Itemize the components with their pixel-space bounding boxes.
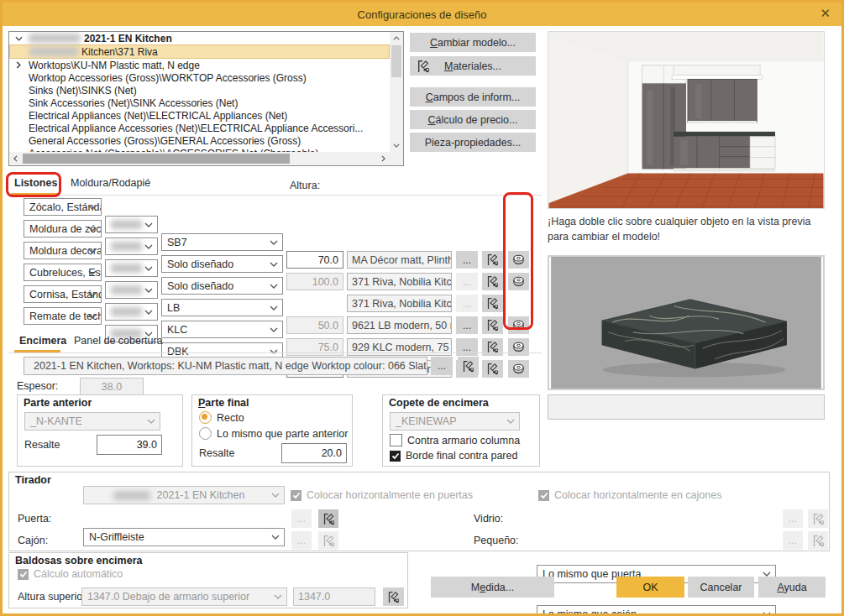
liston-type-select[interactable]: Moldura decora [24, 242, 102, 259]
vertical-scrollbar[interactable] [390, 32, 403, 152]
tree-row[interactable]: General Accessories (Gross)\GENERAL Acce… [9, 134, 390, 147]
change-model-button[interactable]: Cambiar modelo... [410, 33, 536, 52]
vertical-scroll-thumb[interactable] [391, 45, 401, 77]
puerta-select[interactable]: N-Griffleiste [83, 528, 285, 546]
catalog-tree[interactable]: 2021-1 EN Kitchen Kitchen\371 Riva Workt… [8, 31, 404, 166]
pequeno-more-button: ... [783, 531, 803, 550]
contra-armario-option[interactable]: Contra armario columna [390, 434, 520, 446]
checkbox-unchecked-icon[interactable] [390, 434, 402, 446]
parte-anterior-value: _N-KANTE [30, 415, 82, 427]
radio-selected-icon[interactable] [199, 411, 212, 424]
tree-row-selected[interactable]: Kitchen\371 Riva [9, 44, 390, 59]
tree-row-label: Sink Accessories (Net)\SINK Accessories … [29, 97, 238, 109]
liston-type-select[interactable]: Remate de tech [24, 307, 102, 325]
chevron-down-icon[interactable] [12, 36, 25, 41]
altura-superior-select[interactable]: 1347.0 Debajo de armario superior [81, 587, 287, 606]
puerta-material-button[interactable] [318, 509, 338, 528]
liston-row: Cornisa, Estánd KLC 929 KLC modern, 75 r… [3, 285, 544, 303]
checkbox-checked-icon[interactable] [390, 451, 401, 462]
price-calc-button[interactable]: Cálculo de precio... [410, 110, 536, 129]
tree-row[interactable]: Sinks (Net)\SINKS (Net) [9, 84, 390, 97]
tree-row-label: 2021-1 EN Kitchen [84, 33, 172, 44]
materials-icon [812, 513, 825, 525]
material-preview[interactable] [548, 255, 825, 390]
worktop-material-button[interactable] [458, 357, 479, 375]
liston-measure-button[interactable] [508, 360, 529, 378]
tree-row[interactable]: Electrical Appliance Accessories (Net)\E… [9, 122, 390, 134]
cajon-more-button: ... [291, 531, 312, 550]
borde-final-label: Borde final contra pared [406, 450, 517, 462]
borde-final-option[interactable]: Borde final contra pared [390, 450, 517, 462]
espesor-label: Espesor: [17, 380, 58, 392]
kitchen-preview-render [548, 32, 824, 208]
parte-final-group: Parte final Recto Lo mismo que parte ant… [191, 394, 353, 467]
part-properties-label: Pieza-propiedades... [425, 137, 522, 149]
material-name-box [548, 394, 825, 420]
part-properties-button[interactable]: Pieza-propiedades... [410, 133, 536, 152]
redacted-text [29, 34, 81, 43]
info-fields-button[interactable]: Campos de inform... [410, 87, 536, 107]
puerta-label: Puerta: [18, 513, 51, 525]
cancel-button[interactable]: Cancelar [688, 577, 754, 598]
scroll-left-icon[interactable] [9, 152, 22, 165]
pequeno-material-button [808, 531, 828, 550]
recto-option[interactable]: Recto [199, 411, 244, 424]
materials-icon [812, 535, 825, 547]
radio-unselected-icon[interactable] [199, 427, 212, 440]
tree-row[interactable]: Worktops\KU-NM Plastic matt, N edge [9, 59, 390, 71]
info-fields-label: Campos de inform... [426, 91, 521, 103]
horizontal-cajones-label: Colocar horizontalmente en cajones [554, 489, 721, 501]
liston-profile-value: DBK [167, 346, 189, 358]
tirador-model-select[interactable]: 2021-1 EN Kitchen [83, 486, 285, 504]
scroll-right-icon[interactable] [377, 152, 390, 165]
liston-type-select[interactable]: Moldura de zóc [24, 220, 102, 238]
tree-row[interactable]: Sink Accessories (Net)\SINK Accessories … [9, 97, 390, 109]
title-bar[interactable]: Configuraciones de diseño ✕ [3, 3, 841, 26]
tree-row[interactable]: Electrical Appliances (Net)\ELECTRICAL A… [9, 109, 390, 122]
baldosas-title: Baldosas sobre encimera [15, 555, 142, 566]
liston-type-select[interactable]: Zócalo, Estánda [24, 198, 102, 216]
horizontal-scroll-thumb[interactable] [23, 154, 290, 164]
tab-separator [8, 195, 542, 196]
kitchen-preview[interactable] [548, 31, 825, 209]
mismo-parte-anterior-option[interactable]: Lo mismo que parte anterior [199, 427, 348, 440]
contra-armario-label: Contra armario columna [407, 435, 520, 446]
price-calc-label: Cálculo de precio... [427, 114, 517, 126]
resalte-anterior-input[interactable] [97, 435, 162, 455]
resalte-final-input[interactable] [281, 443, 347, 463]
tree-row[interactable]: Worktop Accessories (Gross)\WORKTOP Acce… [9, 71, 390, 84]
materials-icon [486, 341, 499, 353]
altura-superior-input [293, 587, 375, 606]
liston-material-button[interactable] [482, 360, 503, 378]
tree-row-label: General Accessories (Gross)\GENERAL Acce… [29, 135, 301, 147]
tab-panel-cobertura[interactable]: Panel de cobertura [74, 335, 163, 347]
pequeno-label: Pequeño: [474, 535, 519, 546]
worktop-more-button[interactable]: ... [431, 357, 453, 375]
worktop-material-value: 2021-1 EN Kitchen, Worktops: KU-NM Plast… [34, 360, 427, 372]
scroll-down-icon[interactable] [390, 139, 403, 152]
horizontal-scrollbar[interactable] [9, 152, 390, 165]
tree-row-label: Kitchen\371 Riva [81, 46, 158, 58]
tab-listones[interactable]: Listones [14, 177, 57, 189]
checkbox-checked-disabled-icon [291, 490, 301, 501]
baldosas-material-button[interactable] [383, 587, 404, 606]
copete-select[interactable]: _KEINEWAP [390, 412, 520, 431]
resalte-final-label: Resalte [199, 447, 234, 459]
chevron-right-icon[interactable] [12, 61, 25, 69]
close-icon[interactable]: ✕ [820, 6, 831, 21]
ok-button[interactable]: OK [616, 577, 684, 598]
help-button[interactable]: Ayuda [758, 577, 826, 598]
vidrio-material-button [808, 509, 828, 528]
tree-row[interactable]: 2021-1 EN Kitchen [9, 32, 390, 44]
change-model-label: Cambiar modelo... [430, 37, 516, 49]
medida-button[interactable]: Medida... [431, 577, 554, 598]
pequeno-select[interactable]: Lo mismo que cajón [537, 605, 776, 616]
liston-type-select[interactable]: Cornisa, Estánd [24, 285, 102, 303]
scroll-up-icon[interactable] [390, 32, 403, 44]
tab-encimera[interactable]: Encimera [19, 335, 66, 347]
redacted-text [29, 47, 78, 56]
liston-type-select[interactable]: Cubreluces, Est [24, 264, 102, 281]
tab-moldura-rodapie[interactable]: Moldura/Rodapié [71, 177, 150, 189]
materials-button[interactable]: Materiales... [410, 56, 536, 76]
parte-anterior-select[interactable]: _N-KANTE [24, 412, 160, 431]
